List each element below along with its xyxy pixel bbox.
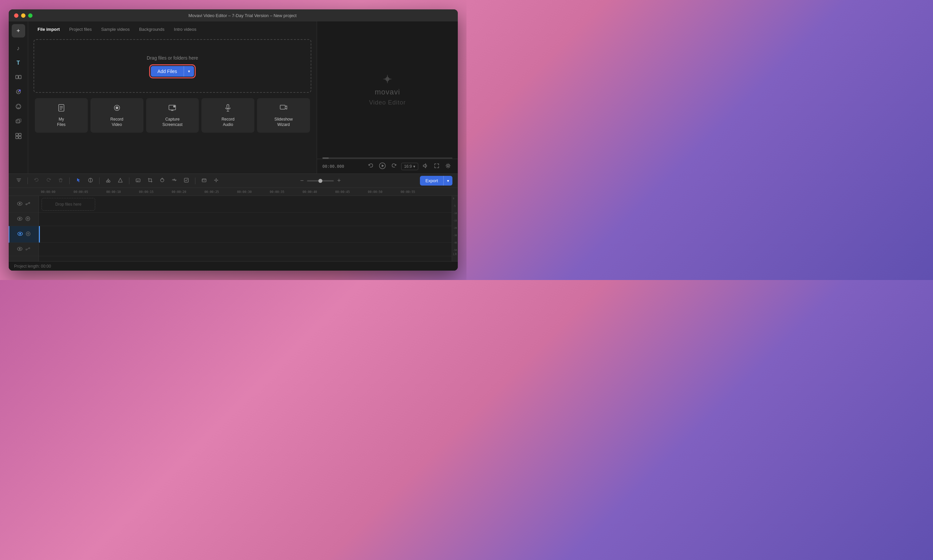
svg-marker-22: [382, 165, 384, 167]
sidebar-item-music[interactable]: ♪: [12, 42, 25, 55]
capture-screencast-button[interactable]: CaptureScreencast: [146, 98, 199, 132]
audio-add-icon[interactable]: [25, 231, 31, 237]
settings-button[interactable]: [444, 162, 452, 171]
sidebar-item-overlay[interactable]: [12, 115, 25, 129]
titlebar: Movavi Video Editor – 7-Day Trial Versio…: [9, 9, 458, 22]
tab-file-import[interactable]: File import: [34, 25, 64, 34]
play-button[interactable]: [378, 161, 387, 172]
svg-rect-19: [280, 105, 285, 109]
window-title: Movavi Video Editor – 7-Day Trial Versio…: [32, 13, 452, 18]
export-dropdown-arrow[interactable]: ▾: [444, 176, 452, 186]
sub-audio-link-icon[interactable]: [25, 246, 31, 252]
delete-timeline-button[interactable]: [56, 176, 65, 186]
audio-track-controls: [9, 226, 39, 243]
record-video-button[interactable]: RecordVideo: [91, 98, 143, 132]
ruler-mark-6: 00:00:30: [237, 190, 251, 194]
ruler-mark-4: 00:00:20: [171, 190, 186, 194]
sidebar-item-stickers[interactable]: [12, 100, 25, 114]
fullscreen-button[interactable]: [432, 162, 441, 171]
video-visibility-icon[interactable]: [17, 201, 22, 207]
svg-point-3: [19, 89, 21, 91]
movavi-logo-icon: [381, 73, 393, 85]
sidebar-item-filters[interactable]: [12, 86, 25, 99]
main-window: Movavi Video Editor – 7-Day Trial Versio…: [9, 9, 458, 271]
crop-button[interactable]: [145, 176, 155, 186]
pip-button[interactable]: PiP: [199, 176, 209, 186]
vu-label-0: 0: [453, 197, 457, 200]
add-files-dropdown-arrow[interactable]: ▾: [184, 66, 194, 76]
tab-backgrounds[interactable]: Backgrounds: [135, 25, 168, 34]
record-audio-label: RecordAudio: [222, 117, 234, 127]
overlay-icon: [15, 118, 22, 126]
svg-rect-0: [16, 75, 18, 79]
media-buttons-grid: MyFiles RecordVideo: [34, 98, 312, 135]
drop-zone-text: Drag files or folders here: [147, 55, 198, 61]
add-files-label: Add Files: [151, 66, 184, 77]
filter-layers-button[interactable]: [14, 176, 23, 186]
sub-audio-visibility-icon[interactable]: [17, 246, 22, 252]
sidebar-item-transitions[interactable]: [12, 71, 25, 85]
drop-files-label: Drop files here: [55, 202, 82, 207]
sidebar-item-templates[interactable]: [12, 130, 25, 143]
import-area: Drag files or folders here Add Files ▾: [28, 34, 317, 174]
save-freeze-button[interactable]: [116, 176, 125, 186]
sidebar-item-text[interactable]: T: [12, 56, 25, 70]
aspect-ratio-selector[interactable]: 16:9 ▾: [401, 163, 418, 170]
audio-visibility-icon[interactable]: [17, 231, 23, 237]
vu-channels: L R: [453, 253, 457, 256]
cut-button[interactable]: [103, 176, 113, 186]
preview-controls: 00:00.000 16:9 ▾: [317, 159, 458, 174]
time-display: 00:00.000: [322, 164, 344, 169]
zoom-in-button[interactable]: +: [335, 177, 343, 185]
minimize-button[interactable]: [21, 14, 25, 18]
overlay-add-icon[interactable]: [25, 216, 31, 222]
magic-enhance-button[interactable]: [211, 176, 221, 186]
redo-button[interactable]: [390, 162, 398, 171]
ripple-edit-button[interactable]: [86, 176, 95, 186]
drop-zone[interactable]: Drag files or folders here Add Files ▾: [34, 39, 312, 93]
tab-project-files[interactable]: Project files: [65, 25, 96, 34]
zoom-out-button[interactable]: −: [298, 177, 306, 185]
aspect-ratio-arrow: ▾: [413, 164, 415, 169]
rotation-button[interactable]: [157, 176, 167, 186]
overlay-visibility-icon[interactable]: [17, 216, 22, 222]
redo-timeline-button[interactable]: [44, 176, 53, 186]
zoom-slider[interactable]: [307, 180, 334, 182]
text-icon: T: [17, 60, 20, 66]
sidebar: + ♪ T: [9, 22, 28, 174]
tracks-area: Drop files here: [39, 196, 452, 261]
video-track-lane: Drop files here: [39, 196, 452, 213]
tab-sample-videos[interactable]: Sample videos: [97, 25, 134, 34]
slideshow-wizard-button[interactable]: SlideshowWizard: [257, 98, 310, 132]
drop-files-zone[interactable]: Drop files here: [42, 198, 95, 211]
captions-button[interactable]: [133, 176, 143, 186]
volume-button[interactable]: [421, 162, 430, 171]
record-video-label: RecordVideo: [110, 117, 123, 127]
ruler-mark-5: 00:00:25: [204, 190, 219, 194]
svg-point-39: [19, 233, 21, 235]
export-button[interactable]: Export ▾: [420, 176, 452, 186]
tab-intro-videos[interactable]: Intro videos: [170, 25, 200, 34]
my-files-button[interactable]: MyFiles: [35, 98, 88, 132]
sidebar-add-button[interactable]: +: [12, 24, 25, 37]
vu-meter: 0 -5 -10 -15 -20 -30 -40 -50 L R: [452, 196, 458, 261]
vu-labels: 0 -5 -10 -15 -20 -30 -40 -50: [453, 197, 457, 252]
close-button[interactable]: [14, 14, 19, 18]
pointer-tool-button[interactable]: [74, 176, 83, 186]
transitions-icon: [15, 74, 22, 82]
project-length-label: Project length: 00:00: [14, 264, 51, 269]
traffic-lights: [14, 14, 32, 18]
record-video-icon: [113, 103, 121, 114]
maximize-button[interactable]: [28, 14, 32, 18]
undo-button[interactable]: [366, 162, 375, 171]
svg-point-36: [19, 218, 20, 220]
vu-label-15: -15: [453, 219, 457, 222]
ruler-mark-8: 00:00:40: [302, 190, 317, 194]
stabilize-button[interactable]: [182, 176, 191, 186]
audio-edit-button[interactable]: [170, 176, 179, 186]
video-link-icon[interactable]: [25, 201, 31, 207]
video-editor-text: Video Editor: [369, 99, 406, 106]
add-files-button[interactable]: Add Files ▾: [151, 66, 194, 77]
record-audio-button[interactable]: RecordAudio: [201, 98, 254, 132]
undo-timeline-button[interactable]: [32, 176, 41, 186]
